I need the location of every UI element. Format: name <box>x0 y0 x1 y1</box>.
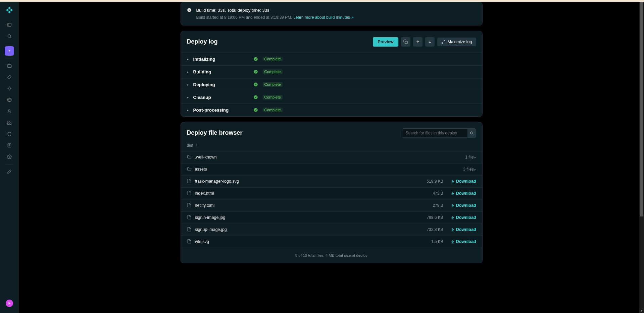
nav-builds-icon[interactable] <box>5 72 14 82</box>
file-icon <box>187 215 192 221</box>
check-circle-icon <box>253 69 258 74</box>
log-stage-row[interactable]: ▸ Post-processing Complete <box>181 104 482 116</box>
status-badge: Complete <box>263 57 283 61</box>
log-stage-row[interactable]: ▸ Building Complete <box>181 65 482 78</box>
log-stage-row[interactable]: ▸ Deploying Complete <box>181 78 482 91</box>
search-icon[interactable] <box>5 32 14 41</box>
check-circle-icon <box>253 95 258 100</box>
chevron-right-icon: ▸ <box>187 83 189 86</box>
file-row: frask-manager-logo.svg 519.9 KB Download <box>181 175 482 187</box>
breadcrumb-root[interactable]: dist <box>187 143 193 148</box>
svg-point-25 <box>254 70 258 74</box>
sidebar: r F <box>0 2 19 313</box>
svg-point-26 <box>254 82 258 86</box>
folder-icon <box>187 154 192 160</box>
file-name: signin-image.jpg <box>195 215 416 220</box>
svg-rect-10 <box>10 123 11 124</box>
file-row: vite.svg 1.5 KB Download <box>181 236 482 248</box>
chevron-right-icon: ▸ <box>187 108 189 112</box>
deploy-log-title: Deploy log <box>187 38 218 45</box>
sidebar-active-project[interactable]: r <box>5 46 14 56</box>
folder-row[interactable]: assets 3 files▸ <box>181 163 482 175</box>
file-row: netlify.toml 279 B Download <box>181 199 482 211</box>
chevron-right-icon: ▸ <box>475 156 476 159</box>
file-search-input[interactable] <box>402 128 467 138</box>
file-size: 279 B <box>420 203 443 208</box>
file-icon <box>187 191 192 196</box>
nav-security-icon[interactable] <box>5 129 14 139</box>
svg-line-3 <box>10 37 11 38</box>
scrollbar-thumb[interactable] <box>640 2 643 216</box>
chevron-right-icon: ▸ <box>187 57 189 61</box>
folder-name: .well-known <box>195 155 449 160</box>
download-link[interactable]: Download <box>451 239 476 244</box>
log-stage-row[interactable]: ▸ Cleanup Complete <box>181 91 482 104</box>
svg-rect-19 <box>405 41 407 44</box>
file-search-button[interactable] <box>467 128 476 138</box>
nav-sites-icon[interactable] <box>5 61 14 70</box>
sidebar-divider <box>6 165 13 165</box>
svg-point-6 <box>9 110 10 111</box>
build-time-info-card: Build time: 33s. Total deploy time: 33s … <box>181 2 483 25</box>
nav-collapse-icon[interactable] <box>5 20 14 29</box>
nav-billing-icon[interactable] <box>5 141 14 150</box>
nav-integrations-icon[interactable] <box>5 118 14 127</box>
file-name: index.html <box>195 191 416 196</box>
check-circle-icon <box>253 82 258 87</box>
build-time-subtitle: Build started at 8:19:06 PM and ended at… <box>196 14 354 20</box>
scroll-up-button[interactable] <box>413 37 423 47</box>
folder-name: assets <box>195 167 449 172</box>
nav-edit-icon[interactable] <box>5 167 14 176</box>
build-time-title: Build time: 33s. Total deploy time: 33s <box>196 7 354 14</box>
log-stage-row[interactable]: ▸ Initializing Complete <box>181 53 482 65</box>
file-size: 788.6 KB <box>420 215 443 220</box>
download-link[interactable]: Download <box>451 203 476 208</box>
scrollbar[interactable]: ▲ ▼ <box>639 2 644 313</box>
svg-line-23 <box>442 42 443 44</box>
scrollbar-down-icon[interactable]: ▼ <box>639 308 644 313</box>
nav-domains-icon[interactable] <box>5 95 14 105</box>
nav-settings-icon[interactable] <box>5 152 14 162</box>
svg-rect-18 <box>189 9 189 9</box>
preview-button[interactable]: Preview <box>373 37 398 47</box>
file-row: signup-image.jpg 732.8 KB Download <box>181 224 482 236</box>
breadcrumb: dist / <box>181 141 482 151</box>
download-link[interactable]: Download <box>451 215 476 220</box>
deploy-file-browser-card: Deploy file browser dist / .well-known 1… <box>181 122 483 263</box>
svg-line-30 <box>473 134 473 134</box>
user-avatar[interactable]: F <box>6 300 13 307</box>
sidebar-active-label: r <box>9 49 10 53</box>
svg-point-28 <box>254 108 258 112</box>
svg-point-2 <box>8 35 10 37</box>
check-circle-icon <box>253 108 258 112</box>
maximize-log-button[interactable]: Maximize log <box>437 38 476 46</box>
file-size: 519.9 KB <box>420 179 443 184</box>
status-badge: Complete <box>263 82 283 87</box>
netlify-logo-icon[interactable] <box>5 6 13 14</box>
download-link[interactable]: Download <box>451 179 476 184</box>
learn-more-link[interactable]: Learn more about build minutes↗ <box>293 15 354 20</box>
status-badge: Complete <box>263 108 283 112</box>
scroll-down-button[interactable] <box>425 37 435 47</box>
copy-log-button[interactable] <box>401 37 410 47</box>
file-summary: 8 of 10 total files, 4 MB total size of … <box>181 248 482 263</box>
nav-functions-icon[interactable] <box>5 84 14 93</box>
log-stage-name: Deploying <box>193 82 249 87</box>
svg-point-15 <box>9 156 10 158</box>
file-size: 732.8 KB <box>420 227 443 232</box>
svg-rect-9 <box>8 123 9 124</box>
avatar-letter: F <box>8 302 10 305</box>
download-link[interactable]: Download <box>451 227 476 232</box>
log-stage-name: Initializing <box>193 57 249 62</box>
file-row: index.html 473 B Download <box>181 187 482 199</box>
main-content: Build time: 33s. Total deploy time: 33s … <box>19 2 644 313</box>
nav-team-icon[interactable] <box>5 107 14 116</box>
chevron-right-icon: ▸ <box>187 96 189 99</box>
svg-point-29 <box>470 132 473 134</box>
svg-rect-17 <box>189 10 189 11</box>
file-icon <box>187 179 192 184</box>
download-link[interactable]: Download <box>451 191 476 196</box>
folder-row[interactable]: .well-known 1 file▸ <box>181 151 482 163</box>
svg-line-22 <box>444 40 445 42</box>
folder-icon <box>187 167 192 172</box>
